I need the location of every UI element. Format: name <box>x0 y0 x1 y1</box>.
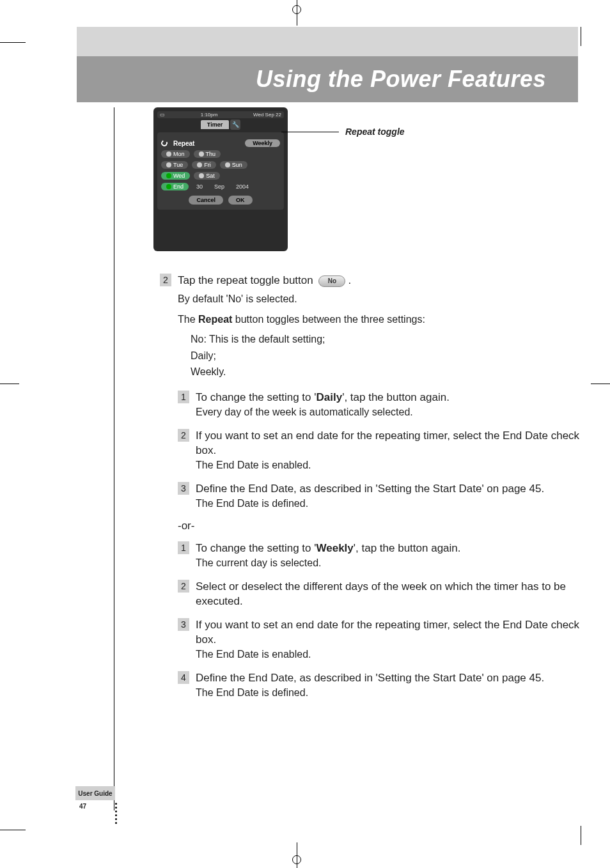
step-text: If you want to set an end date for the r… <box>196 618 582 662</box>
days-row-2: Tue Fri Sun <box>161 161 280 169</box>
daily-steps: 1 To change the setting to 'Daily', tap … <box>178 391 582 511</box>
end-row: End 30 Sep 2004 <box>161 183 280 190</box>
repeat-icon <box>160 139 169 148</box>
daily-step-2: 2 If you want to set an end date for the… <box>178 429 582 473</box>
crop-mark <box>297 18 297 24</box>
footer-label: User Guide <box>75 786 115 800</box>
end-label: End <box>173 183 184 190</box>
text: ', tap the button again. <box>354 542 461 554</box>
crop-mark <box>581 27 581 46</box>
footer-dots-icon <box>115 803 117 824</box>
page-number: 47 <box>79 803 86 810</box>
left-rule <box>114 107 114 810</box>
text: If you want to set an end date for the r… <box>196 619 579 646</box>
step-number: 2 <box>160 274 171 286</box>
day-tue[interactable]: Tue <box>161 161 188 169</box>
sub: The End Date is enabled. <box>196 649 311 660</box>
day-mon[interactable]: Mon <box>161 150 190 158</box>
day-label: Fri <box>204 162 211 168</box>
device-screenshot: ▭ 1:10pm Wed Sep 22 Timer 🔧 Repeat Weekl… <box>153 107 288 251</box>
bold: Daily <box>317 391 343 403</box>
text: To change the setting to ' <box>196 391 317 403</box>
crop-mark <box>0 830 26 830</box>
radio-icon <box>199 173 204 178</box>
radio-icon <box>166 162 171 167</box>
day-fri[interactable]: Fri <box>192 161 216 169</box>
battery-icon: ▭ <box>160 112 165 118</box>
text: The <box>178 314 198 325</box>
text: To change the setting to ' <box>196 542 317 554</box>
repeat-toggle-button[interactable]: Weekly <box>245 139 280 147</box>
sub: The End Date is defined. <box>196 687 308 698</box>
option-no: No: This is the default setting; <box>191 332 582 346</box>
daily-step-3: 3 Define the End Date, as described in '… <box>178 482 582 511</box>
radio-icon <box>166 184 171 189</box>
end-checkbox[interactable]: End <box>161 183 189 190</box>
crop-mark <box>0 384 19 384</box>
option-daily: Daily; <box>191 349 582 363</box>
day-label: Sat <box>206 173 215 179</box>
weekly-step-3: 3 If you want to set an end date for the… <box>178 618 582 662</box>
step-text: Select or deselect the different days of… <box>196 580 582 609</box>
day-label: Sun <box>232 162 242 168</box>
step-text: Tap the repeat toggle button No. <box>178 274 351 288</box>
cancel-button[interactable]: Cancel <box>189 196 223 205</box>
day-sat[interactable]: Sat <box>194 172 220 180</box>
day-wed[interactable]: Wed <box>161 172 190 180</box>
radio-icon <box>225 162 230 167</box>
callout-line <box>281 132 339 132</box>
page-title: Using the Power Features <box>256 66 546 93</box>
tab-timer[interactable]: Timer <box>201 120 229 129</box>
registration-mark-icon <box>292 855 301 864</box>
step-sub: The Repeat button toggles between the th… <box>178 313 582 327</box>
sub: The End Date is defined. <box>196 498 308 509</box>
text: Define the End Date, as described in 'Se… <box>196 483 544 495</box>
option-weekly: Weekly. <box>191 365 582 379</box>
text: Select or deselect the different days of… <box>196 580 566 607</box>
sub: The current day is selected. <box>196 557 322 568</box>
text: Define the End Date, as described in 'Se… <box>196 672 544 684</box>
step-text: Define the End Date, as described in 'Se… <box>196 671 544 701</box>
weekly-steps: 1 To change the setting to 'Weekly', tap… <box>178 541 582 700</box>
button-row: Cancel OK <box>161 196 280 205</box>
step-text: If you want to set an end date for the r… <box>196 429 582 473</box>
radio-icon <box>197 162 202 167</box>
content-column: ▭ 1:10pm Wed Sep 22 Timer 🔧 Repeat Weekl… <box>160 107 582 709</box>
step-number: 3 <box>178 482 189 495</box>
end-day[interactable]: 30 <box>192 183 207 190</box>
step-number: 4 <box>178 671 189 684</box>
radio-icon <box>199 151 204 157</box>
step-text: To change the setting to 'Weekly', tap t… <box>196 541 461 571</box>
step-number: 2 <box>178 429 189 442</box>
ok-button[interactable]: OK <box>228 196 253 205</box>
weekly-step-1: 1 To change the setting to 'Weekly', tap… <box>178 541 582 571</box>
status-bar: ▭ 1:10pm Wed Sep 22 <box>157 111 284 118</box>
step-number: 3 <box>178 618 189 631</box>
callout-label: Repeat toggle <box>345 127 405 137</box>
day-label: Mon <box>173 151 185 157</box>
days-row-3: Wed Sat <box>161 172 280 180</box>
sub: The End Date is enabled. <box>196 460 311 470</box>
step-number: 1 <box>178 391 189 403</box>
day-label: Wed <box>173 173 185 179</box>
settings-tab-icon[interactable]: 🔧 <box>230 120 240 130</box>
day-thu[interactable]: Thu <box>194 150 221 158</box>
day-label: Thu <box>206 151 216 157</box>
end-month[interactable]: Sep <box>210 183 228 190</box>
text: ', tap the button again. <box>342 391 450 403</box>
crop-mark <box>581 826 581 845</box>
day-sun[interactable]: Sun <box>220 161 247 169</box>
bold: Weekly <box>317 542 354 554</box>
text: button toggles between the three setting… <box>232 314 425 325</box>
day-label: Tue <box>173 162 183 168</box>
bold: Repeat <box>198 314 232 325</box>
status-time: 1:10pm <box>201 112 218 118</box>
step-number: 1 <box>178 541 189 554</box>
crop-mark <box>591 384 610 384</box>
no-pill-icon: No <box>318 275 345 287</box>
page: Using the Power Features ▭ 1:10pm Wed Se… <box>0 0 610 868</box>
sub: Every day of the week is automatically s… <box>196 407 413 417</box>
radio-icon <box>166 173 171 178</box>
end-year[interactable]: 2004 <box>232 183 253 190</box>
timer-figure: ▭ 1:10pm Wed Sep 22 Timer 🔧 Repeat Weekl… <box>153 107 422 254</box>
